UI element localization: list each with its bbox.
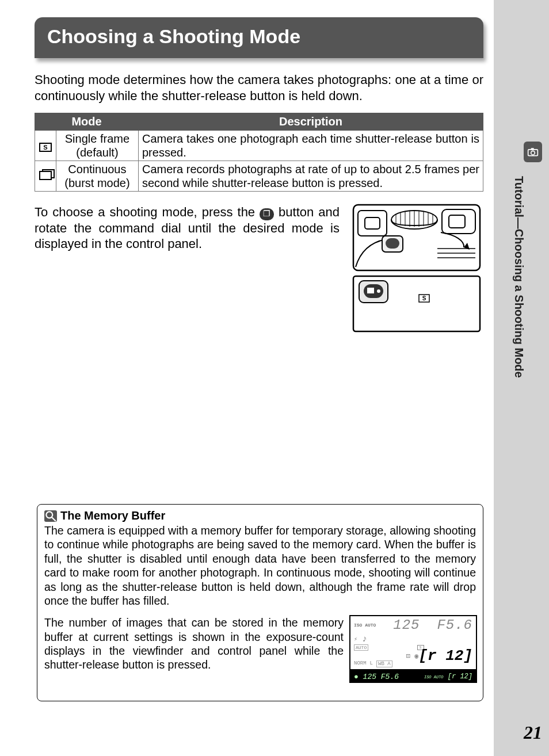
vf-iso-auto: ISO AUTO bbox=[424, 675, 444, 679]
lcd-shutter: 125 bbox=[393, 617, 420, 633]
svg-rect-1 bbox=[358, 211, 387, 236]
svg-rect-13 bbox=[442, 209, 475, 234]
single-frame-icon: S bbox=[39, 143, 52, 152]
instruction-paragraph: To choose a shooting mode, press the ❐ b… bbox=[35, 204, 340, 252]
section-title: Choosing a Shooting Mode bbox=[47, 25, 471, 48]
control-panel-lcd: ISO AUTO 125 F5.6 ⚡ ♪ AUTO S ⊡ ◉ [r 12] bbox=[349, 615, 477, 670]
svg-rect-30 bbox=[531, 148, 534, 150]
lcd-aperture: F5.6 bbox=[437, 617, 472, 633]
intro-paragraph: Shooting mode determines how the camera … bbox=[35, 72, 483, 104]
mode-name-continuous: Continuous (burst mode) bbox=[56, 161, 138, 192]
lcd-remaining: [r 12] bbox=[418, 647, 472, 665]
info-box-title-text: The Memory Buffer bbox=[60, 509, 165, 522]
continuous-icon bbox=[39, 171, 52, 180]
section-header: Choosing a Shooting Mode bbox=[35, 17, 483, 58]
side-margin: Tutorial—Choosing a Shooting Mode 21 bbox=[494, 0, 549, 756]
lcd-wb: WB A bbox=[376, 660, 392, 667]
mode-desc-continuous: Camera records photographs at rate of up… bbox=[139, 161, 483, 192]
info-box-title: The Memory Buffer bbox=[44, 509, 476, 522]
table-header-desc: Description bbox=[139, 113, 483, 131]
diagram-s-marker: S bbox=[422, 295, 426, 301]
lcd-size: L bbox=[370, 660, 373, 667]
vf-left: 125 F5.6 bbox=[363, 673, 399, 681]
lcd-display: ISO AUTO 125 F5.6 ⚡ ♪ AUTO S ⊡ ◉ [r 12] bbox=[349, 615, 477, 683]
lcd-norm: NORM bbox=[354, 660, 367, 667]
lcd-auto: AUTO bbox=[354, 644, 368, 651]
svg-rect-16 bbox=[386, 238, 399, 249]
svg-line-28 bbox=[52, 517, 56, 521]
table-header-mode: Mode bbox=[35, 113, 139, 131]
mode-table: Mode Description S Single frame (default… bbox=[35, 113, 483, 192]
info-body: The camera is equipped with a memory buf… bbox=[44, 524, 476, 608]
mode-desc-single: Camera takes one photograph each time sh… bbox=[139, 131, 483, 161]
magnify-icon bbox=[44, 510, 57, 522]
svg-point-27 bbox=[46, 511, 52, 518]
vf-remaining: [r 12] bbox=[448, 673, 472, 681]
info-second-paragraph: The number of images that can be stored … bbox=[44, 616, 344, 672]
viewfinder-strip: ● 125 F5.6 ISO AUTO [r 12] bbox=[349, 670, 477, 683]
table-row: S Single frame (default) Camera takes on… bbox=[35, 131, 483, 161]
side-section-label: Tutorial—Choosing a Shooting Mode bbox=[512, 176, 525, 378]
svg-point-31 bbox=[531, 151, 535, 155]
section-tab-icon bbox=[524, 142, 542, 162]
mode-name-single: Single frame (default) bbox=[56, 131, 138, 161]
svg-rect-24 bbox=[367, 288, 374, 293]
page-number: 21 bbox=[524, 722, 542, 743]
info-box: The Memory Buffer The camera is equipped… bbox=[37, 504, 483, 701]
camera-diagram: S bbox=[351, 203, 482, 346]
mode-button-icon: ❐ bbox=[260, 208, 274, 220]
svg-point-25 bbox=[377, 289, 380, 293]
lcd-iso-auto: ISO AUTO bbox=[354, 623, 376, 628]
table-row: Continuous (burst mode) Camera records p… bbox=[35, 161, 483, 192]
instruction-pre: To choose a shooting mode, press the bbox=[35, 205, 260, 219]
